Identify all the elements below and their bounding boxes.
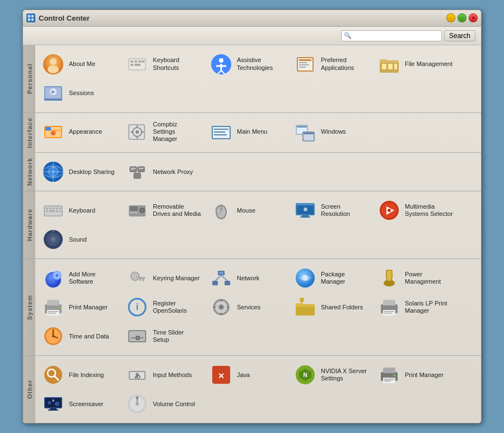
content-area: Personal About Me <box>23 45 481 423</box>
keyboard-shortcuts-icon <box>126 53 148 76</box>
item-nvidia-settings[interactable]: N NVIDIA X Server Settings <box>290 360 374 389</box>
svg-rect-28 <box>382 64 386 69</box>
screensaver-label: Screensaver <box>69 401 104 408</box>
svg-rect-135 <box>48 313 56 314</box>
item-add-software[interactable]: + Add More Software <box>38 263 122 293</box>
item-preferred-apps[interactable]: Preferred Applications <box>290 50 374 79</box>
item-file-management[interactable]: File Management <box>374 50 458 79</box>
keyring-manager-icon <box>126 267 148 289</box>
svg-rect-132 <box>47 300 59 305</box>
item-mouse[interactable]: Mouse <box>206 196 290 225</box>
svg-point-179 <box>393 374 395 376</box>
item-assistive-tech[interactable]: Assistive Technologies <box>206 50 290 79</box>
svg-rect-130 <box>388 277 390 281</box>
search-icon: 🔍 <box>344 32 352 39</box>
item-time-slider[interactable]: Time Slider Setup <box>122 322 206 351</box>
item-register-opensolaris[interactable]: i Register OpenSolaris <box>122 293 206 322</box>
nvidia-settings-label: NVIDIA X Server Settings <box>321 368 369 382</box>
minimize-button[interactable]: ─ <box>446 13 455 22</box>
svg-rect-80 <box>59 208 61 209</box>
item-power-management[interactable]: Power Management <box>374 263 458 293</box>
preferred-apps-icon <box>294 53 316 76</box>
close-button[interactable]: ✕ <box>469 13 478 22</box>
section-label-system: System <box>23 259 35 355</box>
svg-rect-25 <box>299 64 309 65</box>
svg-rect-76 <box>46 208 48 209</box>
network-proxy-icon <box>126 161 148 183</box>
item-keyring-manager[interactable]: Keyring Manager <box>122 263 206 293</box>
item-input-methods[interactable]: あ Input Methods <box>122 360 206 389</box>
add-software-label: Add More Software <box>69 271 117 285</box>
svg-rect-39 <box>45 127 51 130</box>
item-time-data[interactable]: Time and Data <box>38 322 122 351</box>
svg-rect-97 <box>297 204 314 205</box>
item-screensaver[interactable]: Screensaver <box>38 389 122 418</box>
svg-point-158 <box>52 335 54 337</box>
network2-label: Network <box>237 275 259 282</box>
section-label-network: Network <box>23 153 35 191</box>
svg-rect-29 <box>388 64 393 69</box>
item-appearance[interactable]: Appearance <box>38 117 122 147</box>
time-slider-icon <box>126 325 148 347</box>
item-print-manager[interactable]: Print Manager <box>38 293 122 322</box>
section-other: Other File Indexing <box>23 356 481 423</box>
volume-control-label: Volume Control <box>153 401 195 408</box>
svg-rect-9 <box>130 60 133 63</box>
maximize-button[interactable]: □ <box>458 13 466 22</box>
item-package-manager[interactable]: Package Manager <box>290 263 374 293</box>
svg-rect-175 <box>383 368 395 373</box>
item-multimedia-selector[interactable]: Multimedia Systems Selector <box>374 196 458 225</box>
item-shared-folders[interactable]: Shared Folders <box>290 293 374 322</box>
keyboard-icon <box>42 199 64 222</box>
sessions-label: Sessions <box>69 90 94 97</box>
section-personal: Personal About Me <box>23 45 481 113</box>
item-sound[interactable]: Sound <box>38 225 122 254</box>
sessions-icon <box>42 82 64 105</box>
time-data-label: Time and Data <box>69 333 109 340</box>
svg-rect-150 <box>383 300 395 305</box>
item-keyboard-shortcuts[interactable]: Keyboard Shortcuts <box>122 50 206 79</box>
item-compbiz[interactable]: Compbiz Settings Manager <box>122 117 206 147</box>
search-button[interactable]: Search <box>444 30 475 41</box>
svg-rect-116 <box>137 277 145 279</box>
item-main-menu[interactable]: Main Menu <box>206 117 290 147</box>
svg-rect-12 <box>130 64 133 66</box>
item-desktop-sharing[interactable]: Desktop Sharing <box>38 157 122 186</box>
svg-rect-117 <box>142 279 144 281</box>
file-indexing-icon <box>42 364 64 386</box>
item-services[interactable]: Services <box>206 293 290 322</box>
item-network-proxy[interactable]: Network Proxy <box>122 157 206 186</box>
power-management-label: Power Management <box>405 271 453 285</box>
search-input[interactable] <box>353 32 439 40</box>
svg-rect-86 <box>130 206 138 211</box>
compbiz-label: Compbiz Settings Manager <box>153 121 201 143</box>
svg-rect-26 <box>299 67 306 68</box>
item-removable-drives[interactable]: Removable Drives and Media <box>122 196 206 225</box>
item-java[interactable]: ✕ Java <box>206 360 290 389</box>
section-label-other: Other <box>23 356 35 423</box>
svg-rect-77 <box>49 208 52 209</box>
item-about-me[interactable]: About Me <box>38 50 122 79</box>
sound-label: Sound <box>69 236 87 243</box>
svg-rect-13 <box>134 64 141 66</box>
item-keyboard[interactable]: Keyboard <box>38 196 122 225</box>
item-windows[interactable]: Windows <box>290 117 374 147</box>
section-system: System + Add More Software <box>23 259 481 356</box>
item-print-manager2[interactable]: Print Manager <box>374 360 458 389</box>
item-network2[interactable]: Network <box>206 263 290 293</box>
item-file-indexing[interactable]: File Indexing <box>38 360 122 389</box>
svg-point-88 <box>141 209 143 211</box>
item-solaris-print[interactable]: Solaris LP Print Manager <box>374 293 458 322</box>
app-icon <box>26 13 35 22</box>
svg-rect-81 <box>46 210 48 212</box>
svg-rect-14 <box>142 60 144 63</box>
item-volume-control[interactable]: Volume Control <box>122 389 206 418</box>
svg-rect-89 <box>130 212 138 213</box>
screen-resolution-label: Screen Resolution <box>321 203 369 218</box>
multimedia-selector-label: Multimedia Systems Selector <box>405 203 453 218</box>
svg-rect-2 <box>28 18 30 21</box>
section-network: Network Desktop Sharing <box>23 153 481 191</box>
item-screen-resolution[interactable]: ⊞ Screen Resolution <box>290 196 374 225</box>
section-label-interface: Interface <box>23 113 35 153</box>
item-sessions[interactable]: Sessions <box>38 79 122 108</box>
